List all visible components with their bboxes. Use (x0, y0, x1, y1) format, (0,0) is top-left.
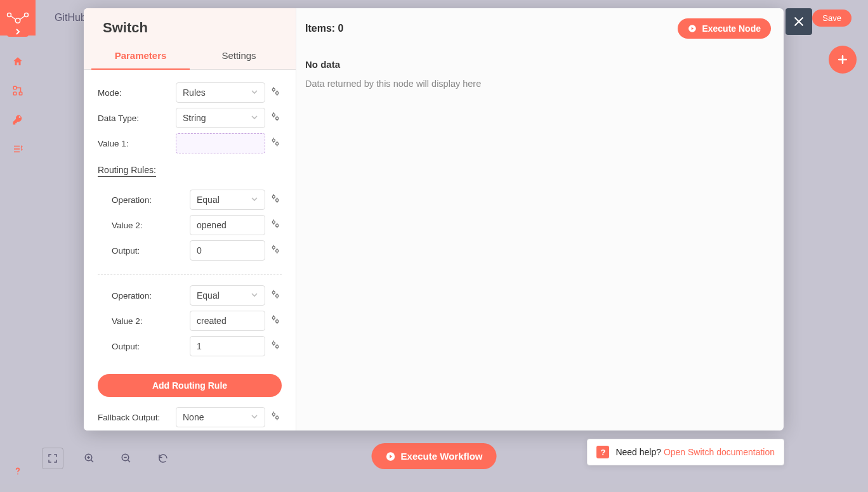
routing-rules-heading: Routing Rules: (98, 165, 156, 177)
items-count: Items: 0 (305, 23, 343, 34)
workflow-name[interactable]: GitHub (55, 12, 86, 23)
save-button[interactable]: Save (812, 10, 852, 27)
svg-point-6 (17, 474, 18, 475)
fallback-value: None (183, 412, 204, 422)
node-settings-modal: Switch Parameters Settings Mode: Rules (84, 8, 784, 430)
tab-settings[interactable]: Settings (190, 44, 288, 69)
svg-point-25 (276, 320, 279, 323)
routing-rule: Operation: Equal Value 2: (98, 181, 282, 269)
datatype-label: Data Type: (98, 113, 171, 123)
sidebar-item-workflows[interactable] (0, 76, 36, 105)
value2-input[interactable] (190, 311, 265, 331)
value2-label: Value 2: (112, 316, 185, 326)
help-text: Need help? Open Switch documentation (615, 447, 775, 457)
operation-options-icon[interactable] (270, 289, 282, 302)
fallback-label: Fallback Output: (98, 413, 171, 422)
routing-rule: Operation: Equal Value 2: (98, 276, 282, 365)
execute-workflow-label: Execute Workflow (401, 451, 483, 462)
value1-input[interactable] (176, 133, 265, 153)
output-options-icon[interactable] (270, 340, 282, 353)
svg-rect-4 (19, 92, 22, 95)
parameters-panel: Mode: Rules Data Type: (84, 70, 296, 430)
value2-options-icon[interactable] (270, 219, 282, 231)
value1-options-icon[interactable] (270, 137, 282, 150)
tab-parameters[interactable]: Parameters (91, 44, 190, 70)
svg-point-1 (15, 18, 20, 23)
operation-select[interactable]: Equal (190, 285, 265, 306)
svg-point-22 (272, 291, 275, 294)
output-empty-title: No data (305, 59, 771, 70)
execute-node-label: Execute Node (702, 23, 761, 34)
close-modal-button[interactable] (786, 8, 812, 35)
execute-node-button[interactable]: Execute Node (678, 18, 771, 39)
svg-point-15 (276, 143, 279, 145)
zoom-fit-button[interactable] (42, 448, 63, 469)
output-options-icon[interactable] (270, 244, 282, 257)
svg-point-20 (272, 246, 275, 249)
chevron-down-icon (251, 290, 258, 301)
sidebar-item-home[interactable] (0, 47, 36, 76)
operation-options-icon[interactable] (270, 193, 282, 206)
value2-options-icon[interactable] (270, 314, 282, 327)
svg-point-21 (276, 250, 279, 252)
zoom-in-button[interactable] (79, 448, 100, 469)
svg-point-19 (276, 224, 279, 227)
svg-point-17 (276, 199, 279, 202)
operation-select[interactable]: Equal (190, 190, 265, 210)
value2-input[interactable] (190, 215, 265, 235)
sidebar-item-credentials[interactable] (0, 105, 36, 134)
output-input[interactable] (190, 240, 265, 261)
output-label: Output: (112, 342, 185, 351)
fallback-select[interactable]: None (176, 407, 265, 427)
help-link[interactable]: Open Switch documentation (664, 447, 775, 457)
operation-value: Equal (197, 195, 220, 205)
svg-point-14 (272, 139, 275, 141)
mode-options-icon[interactable] (270, 86, 282, 99)
add-routing-rule-button[interactable]: Add Routing Rule (98, 374, 282, 397)
execute-workflow-button[interactable]: Execute Workflow (372, 443, 497, 469)
datatype-value: String (183, 113, 206, 123)
fallback-options-icon[interactable] (270, 411, 282, 424)
output-input[interactable] (190, 336, 265, 356)
main-sidebar (0, 0, 36, 492)
modal-tabs: Parameters Settings (84, 44, 296, 70)
datatype-options-icon[interactable] (270, 112, 282, 124)
output-empty-desc: Data returned by this node will display … (305, 79, 771, 89)
svg-point-24 (272, 316, 275, 319)
svg-point-13 (276, 117, 279, 120)
svg-point-28 (272, 413, 275, 415)
node-title: Switch (84, 8, 296, 44)
canvas-toolbar (42, 448, 174, 469)
chevron-down-icon (251, 113, 258, 123)
operation-label: Operation: (112, 195, 185, 205)
mode-label: Mode: (98, 88, 171, 98)
add-node-button[interactable] (829, 46, 857, 74)
modal-left-panel: Switch Parameters Settings Mode: Rules (84, 8, 296, 430)
help-popover: ? Need help? Open Switch documentation (587, 439, 784, 465)
rule-separator (98, 275, 282, 275)
datatype-select[interactable]: String (176, 108, 265, 128)
reset-view-button[interactable] (152, 448, 174, 469)
chevron-down-icon (251, 195, 258, 205)
svg-point-18 (272, 221, 275, 223)
svg-point-12 (272, 113, 275, 116)
chevron-down-icon (251, 412, 258, 422)
operation-label: Operation: (112, 291, 185, 301)
svg-point-26 (272, 342, 275, 344)
svg-point-27 (276, 346, 279, 348)
chevron-down-icon (251, 87, 258, 98)
sidebar-expand-toggle[interactable] (7, 27, 29, 37)
value2-label: Value 2: (112, 221, 185, 230)
svg-rect-5 (13, 92, 16, 95)
help-icon: ? (596, 446, 609, 458)
sidebar-item-executions[interactable] (0, 134, 36, 164)
sidebar-item-help[interactable] (0, 456, 36, 486)
value1-label: Value 1: (98, 139, 171, 148)
app-logo[interactable] (0, 0, 36, 36)
svg-point-29 (276, 417, 279, 419)
mode-select[interactable]: Rules (176, 82, 265, 103)
zoom-out-button[interactable] (115, 448, 137, 469)
svg-point-11 (276, 92, 279, 94)
output-label: Output: (112, 246, 185, 256)
operation-value: Equal (197, 290, 220, 301)
